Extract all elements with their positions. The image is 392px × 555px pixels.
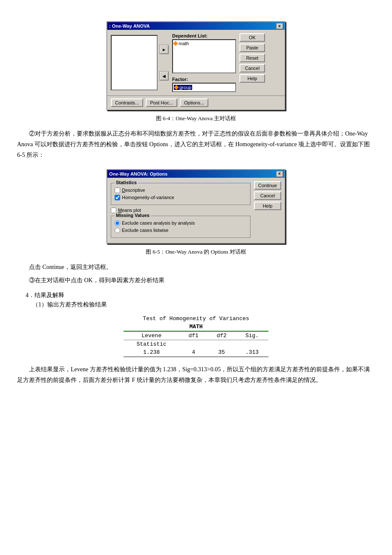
caption1: 图 6-4：One-Way Anova 主对话框 (17, 115, 375, 122)
dep-label: Dependent List: (172, 33, 236, 38)
dialog1-wrapper: : One-Way ANOVA × ► ◀ Dependent List: (17, 21, 375, 110)
col3-header: df2 (208, 331, 236, 340)
col1b-header: Statistic (124, 340, 179, 348)
radio2-row: Exclude cases listwise (115, 228, 247, 233)
row-v4: .313 (236, 348, 268, 357)
para3: ③在主对话框中点击 OK，得到单因素方差分析结果 (17, 275, 375, 286)
descriptive-checkbox[interactable] (115, 188, 120, 193)
continue-button[interactable]: Continue (254, 181, 281, 190)
ok-button[interactable]: OK (239, 33, 265, 42)
homogeneity-checkbox[interactable] (115, 195, 120, 200)
options-help-button[interactable]: Help (254, 202, 281, 210)
stat-title: Test of Homogeneity of Variances (17, 315, 375, 322)
options-btn-col: Continue Cancel Help (254, 181, 281, 240)
factor-section: Factor: group (172, 77, 236, 92)
col1-header: Levene (124, 331, 179, 340)
radio1[interactable] (115, 220, 120, 226)
dep-diamond-icon (173, 41, 178, 46)
sub-section1: （1）输出方差齐性检验结果 (32, 301, 375, 309)
factor-item-selected: group (174, 85, 192, 90)
col2-header: df1 (179, 331, 208, 340)
options-close-btn[interactable]: × (276, 171, 283, 177)
anova-bottom-btns: Contrasts... Post Hoc... Options... (107, 95, 285, 110)
factor-item-text: group (179, 85, 191, 90)
stats-group-label: Statistics (115, 180, 138, 185)
dep-section: Dependent List: math (172, 33, 236, 73)
col2b-header (179, 340, 208, 348)
homogeneity-row: Homogeneity-of-variance (115, 195, 247, 200)
missing-group: Missing Values Exclude cases analysis by… (111, 216, 251, 238)
homogeneity-label: Homogeneity-of-variance (122, 195, 174, 200)
options-dialog: One-Way ANOVA: Options × Statistics Desc… (107, 169, 285, 244)
stat-table-wrapper: Levene df1 df2 Sig. Statistic 1.238 4 35… (17, 331, 375, 357)
row-v3: 35 (208, 348, 236, 357)
factor-box[interactable]: group (172, 83, 236, 92)
dep-item: math (174, 41, 234, 46)
factor-arrow-btn[interactable]: ◀ (159, 71, 169, 81)
section4: 4．结果及解释 （1）输出方差齐性检验结果 (26, 292, 375, 309)
radio1-label: Exclude cases analysis by analysis (122, 220, 195, 225)
reset-button[interactable]: Reset (239, 54, 265, 62)
row-v2: 4 (179, 348, 208, 357)
anova-title: : One-Way ANOVA (109, 23, 150, 29)
dep-item-text: math (179, 41, 189, 46)
statistics-group: Statistics Descriptive Homogeneity-of-va… (111, 183, 251, 205)
descriptive-label: Descriptive (122, 188, 145, 193)
factor-diamond-icon (174, 85, 179, 90)
col3b-header (208, 340, 236, 348)
anova-close-btn[interactable]: × (276, 23, 283, 29)
options-left: Statistics Descriptive Homogeneity-of-va… (111, 181, 251, 240)
dep-arrow-btn[interactable]: ► (159, 45, 169, 54)
para2: 点击 Continue，返回主对话框。 (17, 262, 375, 272)
factor-label: Factor: (172, 77, 236, 82)
radio2[interactable] (115, 228, 120, 233)
col4b-header (236, 340, 268, 348)
paste-button[interactable]: Paste (239, 43, 265, 52)
table-header-row1: Levene df1 df2 Sig. (124, 331, 268, 340)
anova-dialog: : One-Way ANOVA × ► ◀ Dependent List: (107, 21, 285, 110)
options-cancel-button[interactable]: Cancel (254, 191, 281, 200)
cancel-button[interactable]: Cancel (239, 64, 265, 72)
caption2: 图 6-5：One-Way Anova 的 Options 对话框 (17, 248, 375, 256)
section4-title: 4．结果及解释 (26, 292, 375, 299)
dep-factor-area: Dependent List: math Factor: group (172, 33, 236, 92)
stat-section: Test of Homogeneity of Variances MATH Le… (17, 315, 375, 357)
means-label: Means plot (118, 208, 141, 213)
anova-btn-col: OK Paste Reset Cancel Help (239, 33, 265, 92)
sub1-title: （1）输出方差齐性检验结果 (32, 301, 375, 309)
anova-left-area: ► ◀ (111, 33, 169, 92)
descriptive-row: Descriptive (115, 188, 247, 193)
options-button[interactable]: Options... (180, 98, 208, 107)
table-data-row: 1.238 4 35 .313 (124, 348, 268, 357)
table-header-row2: Statistic (124, 340, 268, 348)
stat-table: Levene df1 df2 Sig. Statistic 1.238 4 35… (124, 331, 268, 357)
help-button[interactable]: Help (239, 74, 265, 83)
contrasts-button[interactable]: Contrasts... (111, 98, 143, 107)
source-list-box[interactable] (111, 35, 158, 90)
para1: ②对于方差分析，要求数据服从正态分布和不同组数据方差齐性，对于正态性的假设在后面… (17, 128, 375, 161)
anova-titlebar: : One-Way ANOVA × (107, 22, 285, 30)
radio2-label: Exclude cases listwise (122, 228, 168, 233)
radio1-row: Exclude cases analysis by analysis (115, 220, 247, 226)
row-v1: 1.238 (124, 348, 179, 357)
missing-group-label: Missing Values (115, 213, 151, 218)
options-title: One-Way ANOVA: Options (109, 171, 167, 176)
anova-body: ► ◀ Dependent List: math Factor: (107, 30, 285, 95)
stat-subtitle: MATH (17, 324, 375, 330)
posthoc-button[interactable]: Post Hoc... (146, 98, 177, 107)
col4-header: Sig. (236, 331, 268, 340)
options-body: Statistics Descriptive Homogeneity-of-va… (107, 178, 285, 243)
para4: 上表结果显示，Levene 方差齐性检验统计量的值为 1.238，Sig=0.3… (17, 364, 375, 385)
dialog2-wrapper: One-Way ANOVA: Options × Statistics Desc… (17, 169, 375, 244)
options-titlebar: One-Way ANOVA: Options × (107, 170, 285, 178)
dep-list-box[interactable]: math (172, 39, 236, 73)
